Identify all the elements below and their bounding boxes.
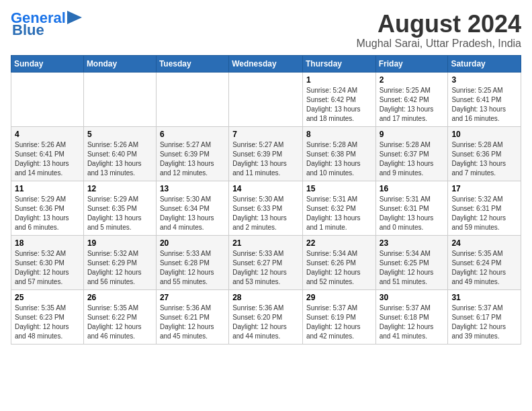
weekday-header-tuesday: Tuesday (156, 55, 228, 72)
calendar-cell: 18Sunrise: 5:32 AM Sunset: 6:30 PM Dayli… (11, 235, 84, 289)
logo-blue-text: Blue (12, 23, 44, 38)
month-title: August 2024 (357, 11, 521, 38)
day-info: Sunrise: 5:30 AM Sunset: 6:33 PM Dayligh… (232, 195, 299, 232)
day-info: Sunrise: 5:34 AM Sunset: 6:26 PM Dayligh… (306, 249, 372, 287)
week-row-4: 18Sunrise: 5:32 AM Sunset: 6:30 PM Dayli… (11, 235, 521, 289)
day-number: 27 (160, 293, 225, 302)
day-info: Sunrise: 5:36 AM Sunset: 6:20 PM Dayligh… (232, 304, 299, 341)
day-info: Sunrise: 5:25 AM Sunset: 6:42 PM Dayligh… (380, 86, 445, 124)
title-block: August 2024 Mughal Sarai, Uttar Pradesh,… (357, 11, 521, 50)
day-info: Sunrise: 5:28 AM Sunset: 6:36 PM Dayligh… (451, 140, 517, 178)
calendar-cell: 21Sunrise: 5:33 AM Sunset: 6:27 PM Dayli… (229, 235, 303, 289)
calendar-cell: 6Sunrise: 5:27 AM Sunset: 6:39 PM Daylig… (156, 126, 228, 181)
day-info: Sunrise: 5:27 AM Sunset: 6:39 PM Dayligh… (160, 140, 225, 178)
day-info: Sunrise: 5:27 AM Sunset: 6:39 PM Dayligh… (232, 140, 299, 178)
day-number: 28 (232, 293, 299, 302)
day-info: Sunrise: 5:31 AM Sunset: 6:31 PM Dayligh… (380, 195, 445, 232)
calendar-cell: 2Sunrise: 5:25 AM Sunset: 6:42 PM Daylig… (375, 72, 448, 126)
calendar-cell (229, 72, 303, 126)
calendar-cell: 25Sunrise: 5:35 AM Sunset: 6:23 PM Dayli… (11, 289, 84, 344)
calendar-cell: 24Sunrise: 5:35 AM Sunset: 6:24 PM Dayli… (448, 235, 521, 289)
day-info: Sunrise: 5:32 AM Sunset: 6:31 PM Dayligh… (451, 195, 517, 232)
day-number: 30 (380, 293, 445, 302)
day-info: Sunrise: 5:37 AM Sunset: 6:17 PM Dayligh… (451, 304, 517, 341)
day-info: Sunrise: 5:31 AM Sunset: 6:32 PM Dayligh… (306, 195, 372, 232)
day-info: Sunrise: 5:35 AM Sunset: 6:23 PM Dayligh… (15, 304, 80, 341)
day-number: 19 (87, 238, 152, 248)
calendar-cell: 12Sunrise: 5:29 AM Sunset: 6:35 PM Dayli… (83, 181, 156, 235)
week-row-5: 25Sunrise: 5:35 AM Sunset: 6:23 PM Dayli… (11, 289, 521, 344)
weekday-header-monday: Monday (83, 55, 156, 72)
day-number: 22 (306, 238, 372, 248)
calendar-cell: 19Sunrise: 5:32 AM Sunset: 6:29 PM Dayli… (83, 235, 156, 289)
svg-marker-0 (67, 11, 82, 24)
calendar-cell: 8Sunrise: 5:28 AM Sunset: 6:38 PM Daylig… (302, 126, 375, 181)
day-info: Sunrise: 5:33 AM Sunset: 6:28 PM Dayligh… (160, 249, 225, 287)
day-info: Sunrise: 5:30 AM Sunset: 6:34 PM Dayligh… (160, 195, 225, 232)
day-number: 11 (15, 184, 80, 193)
day-number: 7 (232, 130, 299, 139)
day-info: Sunrise: 5:26 AM Sunset: 6:41 PM Dayligh… (15, 140, 80, 178)
day-number: 6 (160, 130, 225, 139)
day-number: 29 (306, 293, 372, 302)
weekday-header-sunday: Sunday (11, 55, 84, 72)
day-number: 8 (306, 130, 372, 139)
calendar-cell (11, 72, 84, 126)
day-info: Sunrise: 5:29 AM Sunset: 6:35 PM Dayligh… (87, 195, 152, 232)
day-info: Sunrise: 5:35 AM Sunset: 6:22 PM Dayligh… (87, 304, 152, 341)
calendar-cell: 1Sunrise: 5:24 AM Sunset: 6:42 PM Daylig… (302, 72, 375, 126)
day-number: 26 (87, 293, 152, 302)
calendar-cell: 30Sunrise: 5:37 AM Sunset: 6:18 PM Dayli… (375, 289, 448, 344)
calendar-table: SundayMondayTuesdayWednesdayThursdayFrid… (11, 55, 521, 345)
calendar-cell: 26Sunrise: 5:35 AM Sunset: 6:22 PM Dayli… (83, 289, 156, 344)
day-info: Sunrise: 5:32 AM Sunset: 6:30 PM Dayligh… (15, 249, 80, 287)
calendar-cell: 5Sunrise: 5:26 AM Sunset: 6:40 PM Daylig… (83, 126, 156, 181)
day-number: 17 (451, 184, 517, 193)
calendar-cell (156, 72, 228, 126)
calendar-cell: 16Sunrise: 5:31 AM Sunset: 6:31 PM Dayli… (375, 181, 448, 235)
day-number: 5 (87, 130, 152, 139)
calendar-cell: 14Sunrise: 5:30 AM Sunset: 6:33 PM Dayli… (229, 181, 303, 235)
calendar-cell: 13Sunrise: 5:30 AM Sunset: 6:34 PM Dayli… (156, 181, 228, 235)
calendar-cell: 23Sunrise: 5:34 AM Sunset: 6:25 PM Dayli… (375, 235, 448, 289)
weekday-header-friday: Friday (375, 55, 448, 72)
calendar-cell: 9Sunrise: 5:28 AM Sunset: 6:37 PM Daylig… (375, 126, 448, 181)
calendar-cell: 31Sunrise: 5:37 AM Sunset: 6:17 PM Dayli… (448, 289, 521, 344)
day-info: Sunrise: 5:24 AM Sunset: 6:42 PM Dayligh… (306, 86, 372, 124)
day-number: 10 (451, 130, 517, 139)
week-row-2: 4Sunrise: 5:26 AM Sunset: 6:41 PM Daylig… (11, 126, 521, 181)
logo-arrow-icon (67, 11, 82, 24)
calendar-cell: 29Sunrise: 5:37 AM Sunset: 6:19 PM Dayli… (302, 289, 375, 344)
calendar-cell: 4Sunrise: 5:26 AM Sunset: 6:41 PM Daylig… (11, 126, 84, 181)
week-row-1: 1Sunrise: 5:24 AM Sunset: 6:42 PM Daylig… (11, 72, 521, 126)
day-info: Sunrise: 5:33 AM Sunset: 6:27 PM Dayligh… (232, 249, 299, 287)
calendar-cell: 11Sunrise: 5:29 AM Sunset: 6:36 PM Dayli… (11, 181, 84, 235)
calendar-cell: 27Sunrise: 5:36 AM Sunset: 6:21 PM Dayli… (156, 289, 228, 344)
day-number: 20 (160, 238, 225, 248)
day-number: 1 (306, 75, 372, 85)
day-number: 23 (380, 238, 445, 248)
day-number: 12 (87, 184, 152, 193)
week-row-3: 11Sunrise: 5:29 AM Sunset: 6:36 PM Dayli… (11, 181, 521, 235)
day-number: 15 (306, 184, 372, 193)
day-info: Sunrise: 5:28 AM Sunset: 6:37 PM Dayligh… (380, 140, 445, 178)
day-number: 18 (15, 238, 80, 248)
day-number: 31 (451, 293, 517, 302)
day-number: 21 (232, 238, 299, 248)
day-info: Sunrise: 5:36 AM Sunset: 6:21 PM Dayligh… (160, 304, 225, 341)
calendar-cell: 7Sunrise: 5:27 AM Sunset: 6:39 PM Daylig… (229, 126, 303, 181)
day-info: Sunrise: 5:37 AM Sunset: 6:19 PM Dayligh… (306, 304, 372, 341)
day-info: Sunrise: 5:35 AM Sunset: 6:24 PM Dayligh… (451, 249, 517, 287)
calendar-cell: 10Sunrise: 5:28 AM Sunset: 6:36 PM Dayli… (448, 126, 521, 181)
calendar-cell: 22Sunrise: 5:34 AM Sunset: 6:26 PM Dayli… (302, 235, 375, 289)
calendar-cell (83, 72, 156, 126)
weekday-header-row: SundayMondayTuesdayWednesdayThursdayFrid… (11, 55, 521, 72)
day-number: 25 (15, 293, 80, 302)
day-number: 3 (451, 75, 517, 85)
day-number: 2 (380, 75, 445, 85)
calendar-cell: 15Sunrise: 5:31 AM Sunset: 6:32 PM Dayli… (302, 181, 375, 235)
calendar-cell: 3Sunrise: 5:25 AM Sunset: 6:41 PM Daylig… (448, 72, 521, 126)
weekday-header-thursday: Thursday (302, 55, 375, 72)
calendar-cell: 20Sunrise: 5:33 AM Sunset: 6:28 PM Dayli… (156, 235, 228, 289)
weekday-header-saturday: Saturday (448, 55, 521, 72)
